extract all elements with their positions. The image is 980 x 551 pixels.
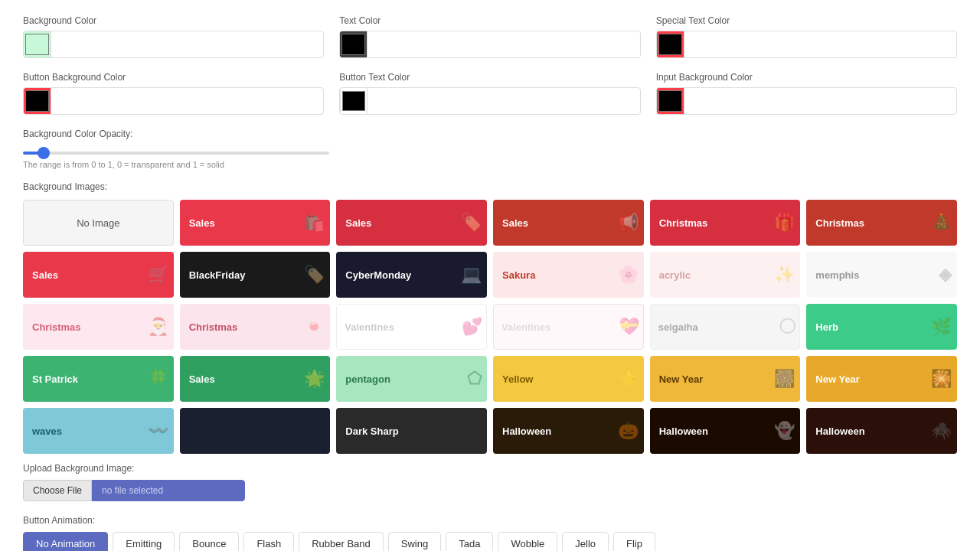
- bg-tile-label: No Image: [77, 217, 119, 229]
- text-color-field: Text Color #3F3F3F: [339, 15, 640, 58]
- bg-tile-halloween-3[interactable]: Halloween🕷️: [806, 408, 957, 454]
- bg-tile-christmas-3[interactable]: Christmas🎅: [23, 304, 174, 350]
- tile-decoration-icon: ⭐: [618, 369, 639, 389]
- bg-tile-label: Halloween: [815, 425, 864, 437]
- bg-tile-label: pentagon: [345, 373, 390, 385]
- tile-decoration-icon: 💕: [462, 317, 482, 337]
- opacity-slider[interactable]: [23, 152, 329, 155]
- button-text-color-text[interactable]: #FFFFFF: [368, 96, 639, 107]
- special-text-color-swatch[interactable]: [657, 31, 684, 58]
- bg-tile-label: Dark Sharp: [345, 425, 398, 437]
- bg-tile-label: Sales: [32, 269, 58, 281]
- tile-decoration-icon: 📢: [618, 213, 639, 233]
- bg-tile-label: New Year: [815, 373, 860, 385]
- opacity-section: Background Color Opacity: The range is f…: [23, 129, 957, 169]
- bg-tile-waves[interactable]: waves〰️: [23, 408, 174, 454]
- tile-decoration-icon: 🏷️: [461, 213, 482, 233]
- bg-tile-label: Christmas: [815, 217, 864, 229]
- bg-tile-memphis[interactable]: memphis◈: [806, 252, 957, 298]
- tile-decoration-icon: 〰️: [148, 421, 168, 441]
- bg-tile-herb[interactable]: Herb🌿: [806, 304, 957, 350]
- tile-decoration-icon: ⬠: [467, 369, 482, 389]
- bg-tile-valentines-2[interactable]: Valentines💝: [493, 304, 644, 350]
- input-bg-color-swatch[interactable]: [657, 87, 684, 115]
- bg-tile-sales-3[interactable]: Sales📢: [493, 200, 644, 246]
- animation-button-bounce[interactable]: Bounce: [179, 532, 239, 551]
- bg-tile-christmas-2[interactable]: Christmas🎄: [806, 200, 957, 246]
- bg-tile-label: Sakura: [502, 269, 535, 281]
- tile-decoration-icon: 🎁: [774, 213, 795, 233]
- bg-tile-newyear-1[interactable]: New Year🎆: [650, 356, 801, 402]
- bg-tile-label: Sales: [502, 217, 528, 229]
- animation-button-jello[interactable]: Jello: [562, 532, 609, 551]
- text-color-text[interactable]: #3F3F3F: [368, 39, 639, 51]
- bg-tile-seigaiha[interactable]: seigaiha〇: [650, 304, 801, 350]
- tile-decoration-icon: 🛒: [148, 265, 168, 285]
- opacity-slider-wrap: [23, 145, 957, 157]
- tile-decoration-icon: 🎃: [618, 421, 639, 441]
- bg-tile-christmas-1[interactable]: Christmas🎁: [650, 200, 801, 246]
- bg-tile-sales-1[interactable]: Sales🛍️: [180, 200, 331, 246]
- bg-tile-yellow[interactable]: Yellow⭐: [493, 356, 644, 402]
- choose-file-button[interactable]: Choose File: [23, 480, 92, 501]
- bg-tile-acrylic[interactable]: acrylic✨: [650, 252, 801, 298]
- tile-decoration-icon: 🛍️: [304, 213, 325, 233]
- input-bg-color-text[interactable]: #FF3C47: [684, 96, 956, 107]
- tile-decoration-icon: 🏷️: [304, 265, 325, 285]
- tile-decoration-icon: 🍬: [304, 317, 325, 337]
- bg-tile-sakura[interactable]: Sakura🌸: [493, 252, 644, 298]
- background-color-input-wrap: #C7F9D8: [23, 31, 324, 58]
- bg-tile-sales-4[interactable]: Sales🛒: [23, 252, 174, 298]
- bg-tile-no-image[interactable]: No Image: [23, 200, 174, 246]
- animation-buttons-group: No AnimationEmittingBounceFlashRubber Ba…: [23, 532, 957, 551]
- background-color-text[interactable]: #C7F9D8: [51, 39, 323, 51]
- bg-tile-sales-5[interactable]: Sales🌟: [180, 356, 331, 402]
- bg-tile-blackfriday[interactable]: BlackFriday🏷️: [180, 252, 331, 298]
- bg-tile-label: Halloween: [502, 425, 551, 437]
- animation-button-flip[interactable]: Flip: [613, 532, 655, 551]
- upload-label: Upload Background Image:: [23, 463, 957, 474]
- bg-tile-label: New Year: [659, 373, 704, 385]
- tile-decoration-icon: 🌸: [618, 265, 639, 285]
- animation-button-no-animation[interactable]: No Animation: [23, 532, 108, 551]
- animation-button-tada[interactable]: Tada: [446, 532, 493, 551]
- color-row-1: Background Color #C7F9D8 Text Color #3F3…: [23, 15, 957, 58]
- animation-label: Button Animation:: [23, 515, 957, 526]
- bg-tile-label: Halloween: [659, 425, 708, 437]
- bg-tile-cybermonday[interactable]: CyberMonday💻: [336, 252, 487, 298]
- bg-tile-valentines-1[interactable]: Valentines💕: [336, 304, 487, 350]
- bg-tile-newyear-2[interactable]: New Year🎇: [806, 356, 957, 402]
- animation-button-wobble[interactable]: Wobble: [498, 532, 557, 551]
- button-bg-color-text[interactable]: #FF3C47: [51, 96, 323, 107]
- bg-tile-pentagon[interactable]: pentagon⬠: [336, 356, 487, 402]
- special-text-color-label: Special Text Color: [656, 15, 957, 26]
- button-text-color-swatch[interactable]: [340, 87, 368, 115]
- tile-decoration-icon: 💝: [619, 317, 639, 337]
- text-color-input-wrap: #3F3F3F: [339, 31, 640, 58]
- tile-decoration-icon: 🍀: [148, 369, 168, 389]
- button-bg-color-field: Button Background Color #FF3C47: [23, 72, 324, 115]
- background-color-swatch[interactable]: [24, 31, 51, 58]
- animation-button-flash[interactable]: Flash: [243, 532, 294, 551]
- bg-tile-label: Yellow: [502, 373, 533, 385]
- bg-tile-stpatrick[interactable]: St Patrick🍀: [23, 356, 174, 402]
- button-bg-color-swatch[interactable]: [24, 87, 51, 115]
- bg-tile-label: St Patrick: [32, 373, 78, 385]
- bg-tile-christmas-4[interactable]: Christmas🍬: [180, 304, 331, 350]
- animation-button-rubber-band[interactable]: Rubber Band: [299, 532, 384, 551]
- bg-tile-halloween-2[interactable]: Halloween👻: [650, 408, 801, 454]
- file-name-display: no file selected: [92, 480, 245, 501]
- animation-button-emitting[interactable]: Emitting: [113, 532, 175, 551]
- background-images-label: Background Images:: [23, 181, 957, 192]
- bg-tile-halloween-1[interactable]: Halloween🎃: [493, 408, 644, 454]
- bg-tile-sales-2[interactable]: Sales🏷️: [336, 200, 487, 246]
- input-bg-color-field: Input Background Color #FF3C47: [656, 72, 957, 115]
- animation-button-swing[interactable]: Swing: [388, 532, 441, 551]
- bg-tile-dark-sharp[interactable]: Dark Sharp: [336, 408, 487, 454]
- text-color-swatch[interactable]: [340, 31, 368, 58]
- button-text-color-label: Button Text Color: [339, 72, 640, 83]
- bg-tile-dark[interactable]: [180, 408, 331, 454]
- tile-decoration-icon: 🎇: [931, 369, 952, 389]
- input-bg-color-label: Input Background Color: [656, 72, 957, 83]
- special-text-color-text[interactable]: #FF3C47: [684, 39, 956, 51]
